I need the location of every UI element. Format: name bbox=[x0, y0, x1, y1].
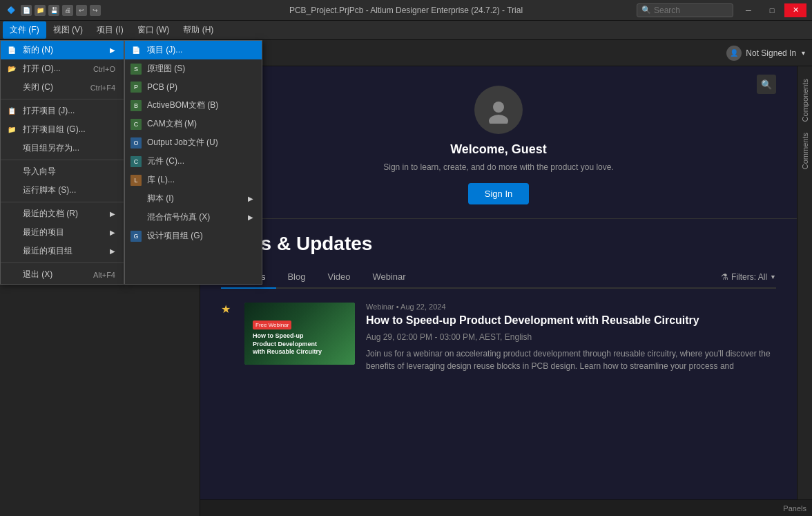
tab-video[interactable]: Video bbox=[316, 266, 361, 287]
menu-new[interactable]: 📄 新的 (N) ▶ bbox=[1, 41, 124, 59]
right-tab-components[interactable]: Components bbox=[799, 73, 811, 127]
thumb-badge: Free Webinar bbox=[253, 321, 291, 329]
menu-import[interactable]: 导入向导 bbox=[1, 162, 124, 181]
article-description: Join us for a webinar on accelerating pr… bbox=[366, 347, 776, 372]
divider-4 bbox=[1, 262, 124, 263]
app-icon: 🔷 bbox=[6, 5, 17, 16]
welcome-title: Welcome, Guest bbox=[214, 142, 783, 157]
search-icon: 🔍 bbox=[641, 6, 651, 15]
schematic-icon: S bbox=[130, 64, 142, 75]
avatar: 👤 bbox=[726, 46, 742, 61]
submenu-component[interactable]: C 元件 (C)... bbox=[125, 152, 262, 171]
welcome-section: Welcome, Guest Sign in to learn, create,… bbox=[200, 66, 797, 219]
menu-view[interactable]: 视图 (V) bbox=[46, 21, 90, 39]
submenu-arrow: ▶ bbox=[110, 46, 115, 54]
close-menu-icon bbox=[6, 82, 17, 93]
mixed-sim-icon bbox=[130, 212, 142, 223]
title-bar-left: 🔷 📄 📁 💾 🖨 ↩ ↪ bbox=[6, 5, 101, 16]
pcb-icon: P bbox=[130, 82, 142, 93]
article-thumbnail[interactable]: Free Webinar How to Speed-up Product Dev… bbox=[244, 303, 355, 365]
sign-in-status: Not Signed In bbox=[746, 48, 796, 58]
close-button[interactable]: ✕ bbox=[784, 3, 806, 17]
menu-run-script[interactable]: 运行脚本 (S)... bbox=[1, 181, 124, 200]
script-icon bbox=[6, 185, 17, 196]
title-bar: 🔷 📄 📁 💾 🖨 ↩ ↪ PCB_Project.PrjPcb - Altiu… bbox=[0, 0, 812, 21]
submenu-library[interactable]: L 库 (L)... bbox=[125, 171, 262, 189]
open-icon[interactable]: 📁 bbox=[35, 5, 46, 16]
submenu-script[interactable]: 脚本 (I) ▶ bbox=[125, 189, 262, 208]
open-proj-icon: 📋 bbox=[6, 106, 17, 117]
menu-recent-project-groups[interactable]: 最近的项目组 ▶ bbox=[1, 242, 124, 260]
mixed-arrow: ▶ bbox=[248, 213, 253, 221]
article-title[interactable]: How to Speed-up Product Development with… bbox=[366, 314, 776, 328]
menu-open[interactable]: 📂 打开 (O)... Ctrl+O bbox=[1, 59, 124, 78]
save-icon[interactable]: 💾 bbox=[48, 5, 59, 16]
right-tab-comments[interactable]: Comments bbox=[799, 127, 811, 175]
guest-avatar bbox=[474, 86, 523, 134]
menu-window[interactable]: 窗口 (W) bbox=[130, 21, 177, 39]
save-as-icon bbox=[6, 143, 17, 154]
divider-2 bbox=[1, 160, 124, 160]
tab-webinar[interactable]: Webinar bbox=[361, 266, 416, 287]
article-row: ★ Free Webinar How to Speed-up Product D… bbox=[221, 303, 776, 383]
menu-close[interactable]: 关闭 (C) Ctrl+F4 bbox=[1, 78, 124, 97]
proj-group-icon: 📁 bbox=[6, 124, 17, 135]
file-menu: 📄 新的 (N) ▶ 📂 打开 (O)... Ctrl+O 关闭 (C) Ctr… bbox=[0, 40, 124, 285]
menu-project[interactable]: 项目 (I) bbox=[90, 21, 130, 39]
open-menu-icon: 📂 bbox=[6, 64, 17, 75]
chevron-down-icon: ▼ bbox=[800, 50, 806, 57]
recent-group-arrow: ▶ bbox=[110, 247, 115, 255]
cam-icon: C bbox=[130, 119, 142, 130]
undo-icon[interactable]: ↩ bbox=[76, 5, 87, 16]
sign-in-button[interactable]: Sign In bbox=[468, 183, 529, 204]
filters-label: Filters: All bbox=[731, 272, 767, 282]
submenu-activebom[interactable]: B ActiveBOM文档 (B) bbox=[125, 96, 262, 115]
menu-recent-projects[interactable]: 最近的项目 ▶ bbox=[1, 223, 124, 242]
filters-button[interactable]: ⚗ Filters: All ▼ bbox=[721, 272, 776, 282]
menu-help[interactable]: 帮助 (H) bbox=[176, 21, 220, 39]
article-date: Aug 29, 02:00 PM - 03:00 PM, AEST, Engli… bbox=[366, 332, 776, 342]
panels-button[interactable]: Panels bbox=[783, 504, 806, 513]
content-search-icon[interactable]: 🔍 bbox=[757, 75, 776, 94]
new-icon[interactable]: 📄 bbox=[21, 5, 32, 16]
import-icon bbox=[6, 166, 17, 178]
submenu-mixed-sim[interactable]: 混合信号仿真 (X) ▶ bbox=[125, 208, 262, 227]
svg-point-1 bbox=[489, 115, 508, 124]
bom-icon: B bbox=[130, 100, 142, 111]
thumb-title: How to Speed-up Product Development with… bbox=[253, 332, 322, 356]
print-icon[interactable]: 🖨 bbox=[62, 5, 73, 16]
recent-proj-icon bbox=[6, 227, 17, 238]
search-box[interactable]: 🔍 bbox=[637, 3, 733, 17]
user-section[interactable]: 👤 Not Signed In ▼ bbox=[726, 46, 806, 61]
recent-proj-arrow: ▶ bbox=[110, 229, 115, 236]
submenu-design-project-group[interactable]: G 设计项目组 (G) bbox=[125, 227, 262, 245]
menu-file[interactable]: 文件 (F) bbox=[3, 21, 46, 39]
news-title: News & Updates bbox=[221, 233, 776, 255]
welcome-subtitle: Sign in to learn, create, and do more wi… bbox=[214, 162, 783, 172]
submenu-cam[interactable]: C CAM文档 (M) bbox=[125, 115, 262, 133]
submenu-output[interactable]: O Output Job文件 (U) bbox=[125, 133, 262, 152]
divider-1 bbox=[1, 99, 124, 99]
menu-save-as[interactable]: 项目组另存为... bbox=[1, 139, 124, 157]
submenu-pcb[interactable]: P PCB (P) bbox=[125, 78, 262, 96]
right-sidebar: Components Comments bbox=[797, 66, 812, 516]
toolbar-right: 👤 Not Signed In ▼ bbox=[726, 46, 806, 61]
submenu-project[interactable]: 📄 项目 (J)... bbox=[125, 41, 262, 59]
design-group-icon: G bbox=[130, 231, 142, 242]
menu-open-project-group[interactable]: 📁 打开项目组 (G)... bbox=[1, 120, 124, 139]
tab-blog[interactable]: Blog bbox=[276, 266, 316, 287]
submenu-schematic[interactable]: S 原理图 (S) bbox=[125, 59, 262, 78]
menu-recent-docs[interactable]: 最近的文档 (R) ▶ bbox=[1, 204, 124, 223]
maximize-button[interactable]: □ bbox=[761, 3, 783, 17]
redo-icon[interactable]: ↪ bbox=[90, 5, 101, 16]
content-area: 🔍 Welcome, Guest Sign in to learn, creat… bbox=[200, 66, 797, 516]
article-content: Webinar • Aug 22, 2024 How to Speed-up P… bbox=[366, 303, 776, 372]
menu-exit[interactable]: 退出 (X) Alt+F4 bbox=[1, 265, 124, 284]
script-arrow: ▶ bbox=[248, 195, 253, 202]
svg-point-0 bbox=[493, 102, 504, 113]
menu-open-project[interactable]: 📋 打开项目 (J)... bbox=[1, 102, 124, 120]
search-input[interactable] bbox=[654, 6, 728, 15]
proj-submenu-icon: 📄 bbox=[130, 45, 142, 56]
minimize-button[interactable]: ─ bbox=[737, 3, 760, 17]
window-controls: ─ □ ✕ bbox=[737, 3, 806, 17]
